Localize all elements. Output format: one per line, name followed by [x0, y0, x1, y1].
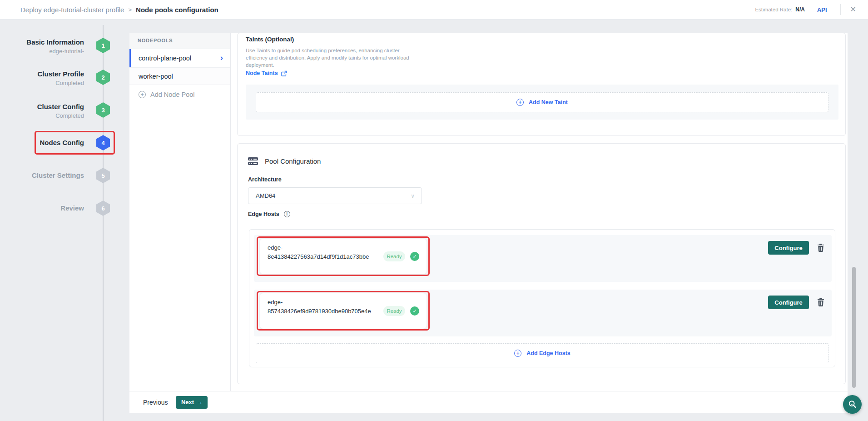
step-review[interactable]: Review: [0, 204, 84, 213]
pool-configuration-title: Pool Configuration: [265, 157, 321, 165]
add-node-pool-button[interactable]: + Add Node Pool: [129, 85, 230, 104]
taints-card: Taints (Optional) Use Taints to guide po…: [237, 33, 846, 136]
breadcrumb: Deploy edge-tutorial-cluster profile > N…: [20, 0, 218, 19]
node-taints-link[interactable]: Node Taints: [246, 70, 287, 76]
edge-hosts-label-row: Edge Hosts i: [248, 211, 290, 217]
plus-circle-icon: +: [516, 99, 524, 106]
api-link[interactable]: API: [817, 6, 827, 13]
taints-description: Use Taints to guide pod scheduling prefe…: [246, 47, 415, 69]
step-4-badge[interactable]: 4: [96, 135, 110, 150]
arrow-right-icon: →: [197, 399, 203, 406]
trash-icon[interactable]: [817, 244, 824, 252]
status-badge: Ready: [383, 306, 405, 316]
step-3-badge[interactable]: 3: [96, 102, 110, 118]
step-5-badge[interactable]: 5: [96, 168, 110, 183]
pool-configuration-card: Pool Configuration Architecture AMD64 ∨ …: [237, 143, 846, 384]
edge-host-name: edge- 857438426ef9d9781930dbe90b705e4e: [268, 298, 381, 316]
edge-host-name: edge- 8e41384227563a7d14df9f1d1ac73bbe: [268, 243, 381, 261]
check-circle-icon: ✓: [410, 252, 419, 261]
trash-icon[interactable]: [817, 298, 824, 306]
step-nodes-config[interactable]: Nodes Config: [0, 138, 84, 147]
server-rack-icon: [248, 157, 258, 165]
step-cluster-config[interactable]: Cluster Config Completed: [0, 102, 84, 120]
architecture-select[interactable]: AMD64 ∨: [248, 187, 422, 204]
pool-configuration-header: Pool Configuration: [248, 157, 321, 165]
wizard-footer: Previous Next →: [129, 391, 848, 413]
magnifier-smile-icon: [848, 400, 858, 410]
step-cluster-profile[interactable]: Cluster Profile Completed: [0, 70, 84, 88]
nodepools-header: NODEPOOLS: [129, 33, 230, 49]
top-header-bar: Deploy edge-tutorial-cluster profile > N…: [0, 0, 868, 20]
step-6-badge[interactable]: 6: [96, 200, 110, 216]
edge-hosts-label: Edge Hosts: [248, 211, 279, 217]
plus-circle-icon: +: [139, 91, 146, 98]
edge-hosts-container: edge- 8e41384227563a7d14df9f1d1ac73bbe R…: [249, 229, 835, 367]
estimated-rate-value: N/A: [795, 6, 805, 13]
close-icon[interactable]: ✕: [848, 5, 858, 14]
add-edge-hosts-button[interactable]: + Add Edge Hosts: [256, 343, 829, 363]
nodepool-config-content: Taints (Optional) Use Taints to guide po…: [231, 33, 848, 391]
nodepool-item-control-plane-pool[interactable]: control-plane-pool ›: [129, 49, 230, 68]
configure-button[interactable]: Configure: [768, 296, 809, 309]
help-search-button[interactable]: [843, 395, 862, 414]
deploy-cluster-wizard: Deploy edge-tutorial-cluster profile > N…: [0, 0, 868, 421]
taints-section-title: Taints (Optional): [246, 36, 294, 43]
breadcrumb-separator: >: [128, 6, 132, 13]
step-2-badge[interactable]: 2: [96, 70, 110, 85]
main-panel: NODEPOOLS control-plane-pool › worker-po…: [129, 33, 848, 413]
previous-button[interactable]: Previous: [143, 399, 168, 406]
edge-host-row: edge- 8e41384227563a7d14df9f1d1ac73bbe R…: [254, 235, 832, 282]
info-icon[interactable]: i: [284, 211, 290, 217]
topbar-right-controls: Estimated Rate: N/A API ✕: [755, 0, 858, 19]
edge-host-card[interactable]: edge- 857438426ef9d9781930dbe90b705e4e R…: [260, 293, 427, 329]
status-badge: Ready: [383, 251, 405, 261]
estimated-rate-label: Estimated Rate:: [755, 7, 792, 12]
chevron-right-icon: ›: [220, 53, 223, 63]
breadcrumb-deploy-profile: Deploy edge-tutorial-cluster profile: [20, 6, 124, 14]
step-basic-information[interactable]: Basic Information edge-tutorial-: [0, 38, 84, 56]
plus-circle-icon: +: [514, 350, 521, 357]
nodepool-item-worker-pool[interactable]: worker-pool: [129, 68, 230, 85]
chevron-down-icon: ∨: [411, 193, 415, 199]
edge-host-row: edge- 857438426ef9d9781930dbe90b705e4e R…: [254, 290, 832, 336]
check-circle-icon: ✓: [410, 306, 419, 316]
scrollbar-thumb[interactable]: [852, 267, 856, 388]
step-cluster-settings[interactable]: Cluster Settings: [0, 171, 84, 180]
next-button[interactable]: Next →: [176, 396, 208, 409]
configure-button[interactable]: Configure: [768, 241, 809, 255]
topbar-divider: [840, 4, 841, 15]
external-link-icon: [281, 70, 287, 76]
nodepools-sidebar: NODEPOOLS control-plane-pool › worker-po…: [129, 33, 231, 391]
step-1-badge[interactable]: 1: [96, 38, 110, 53]
taints-list-area: + Add New Taint: [246, 85, 838, 120]
page-title: Node pools configuration: [136, 6, 218, 14]
add-new-taint-button[interactable]: + Add New Taint: [256, 92, 828, 112]
architecture-label: Architecture: [248, 176, 282, 183]
estimated-rate: Estimated Rate: N/A: [755, 6, 805, 13]
edge-host-card[interactable]: edge- 8e41384227563a7d14df9f1d1ac73bbe R…: [260, 239, 427, 274]
